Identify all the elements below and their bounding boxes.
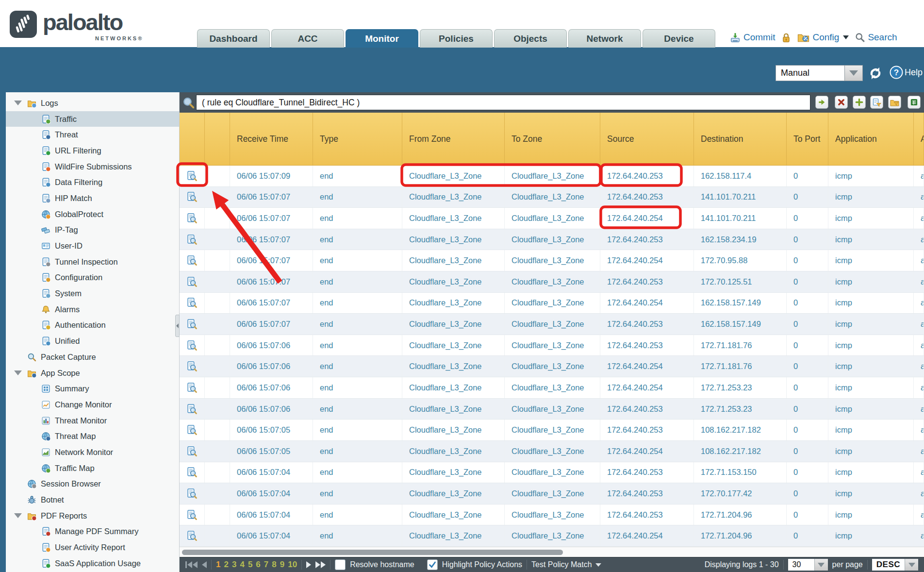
cell-type[interactable]: end	[313, 166, 402, 186]
column-header-application[interactable]: Application	[828, 113, 914, 165]
cell-to_zone[interactable]: Cloudflare_L3_Zone	[505, 377, 600, 398]
log-detail-button[interactable]	[180, 166, 205, 186]
cell-application[interactable]: icmp	[828, 505, 914, 525]
cell-action[interactable]: a	[914, 505, 924, 525]
log-detail-button[interactable]	[180, 525, 205, 546]
next-page-button[interactable]	[306, 561, 311, 568]
sidebar-item-user-activity-report[interactable]: User Activity Report	[6, 539, 179, 555]
cell-source[interactable]: 172.64.240.254	[600, 208, 694, 229]
page-number-6[interactable]: 6	[256, 560, 260, 570]
last-page-button[interactable]	[315, 561, 326, 568]
cell-to_zone[interactable]: Cloudflare_L3_Zone	[505, 187, 600, 208]
cell-action[interactable]: a	[914, 335, 924, 356]
tab-acc[interactable]: ACC	[271, 29, 344, 48]
cell-action[interactable]: a	[914, 462, 924, 483]
cell-type[interactable]: end	[313, 335, 402, 356]
tab-dashboard[interactable]: Dashboard	[197, 29, 270, 48]
cell-destination[interactable]: 162.158.157.149	[694, 314, 787, 335]
sidebar-item-threat-map[interactable]: Threat Map	[6, 428, 179, 444]
cell-destination[interactable]: 172.71.181.76	[694, 335, 787, 356]
cell-destination[interactable]: 172.70.125.51	[694, 271, 787, 292]
column-header-receive_time[interactable]: Receive Time	[230, 113, 313, 165]
cell-to_port[interactable]: 0	[787, 356, 828, 377]
cell-application[interactable]: icmp	[828, 420, 914, 440]
cell-type[interactable]: end	[313, 399, 402, 420]
cell-to_port[interactable]: 0	[787, 441, 828, 462]
cell-source[interactable]: 172.64.240.253	[600, 505, 694, 525]
column-header-action[interactable]: A	[914, 113, 924, 165]
tab-objects[interactable]: Objects	[494, 29, 567, 48]
cell-application[interactable]: icmp	[828, 271, 914, 292]
cell-action[interactable]: a	[914, 250, 924, 271]
cell-to_zone[interactable]: Cloudflare_L3_Zone	[505, 441, 600, 462]
column-header-type[interactable]: Type	[313, 113, 402, 165]
cell-action[interactable]: a	[914, 483, 924, 504]
cell-to_zone[interactable]: Cloudflare_L3_Zone	[505, 335, 600, 356]
cell-source[interactable]: 172.64.240.253	[600, 462, 694, 483]
apply-filter-button[interactable]	[815, 96, 828, 109]
cell-to_port[interactable]: 0	[787, 483, 828, 504]
cell-application[interactable]: icmp	[828, 441, 914, 462]
cell-application[interactable]: icmp	[828, 250, 914, 271]
log-detail-button[interactable]	[180, 483, 205, 504]
cell-from_zone[interactable]: Cloudflare_L3_Zone	[402, 271, 505, 292]
sidebar-item-alarms[interactable]: Alarms	[6, 302, 179, 318]
column-header-to_zone[interactable]: To Zone	[505, 113, 600, 165]
export-logs-button[interactable]	[908, 96, 921, 109]
cell-type[interactable]: end	[313, 356, 402, 377]
page-number-9[interactable]: 9	[280, 560, 284, 570]
cell-from_zone[interactable]: Cloudflare_L3_Zone	[402, 314, 505, 335]
cell-action[interactable]: a	[914, 166, 924, 186]
sidebar-item-globalprotect[interactable]: GlobalProtect	[6, 206, 179, 222]
lock-icon[interactable]	[781, 33, 791, 43]
cell-to_port[interactable]: 0	[787, 250, 828, 271]
cell-destination[interactable]: 172.71.204.96	[694, 505, 787, 525]
page-number-5[interactable]: 5	[248, 560, 252, 570]
cell-from_zone[interactable]: Cloudflare_L3_Zone	[402, 441, 505, 462]
page-number-4[interactable]: 4	[240, 560, 244, 570]
cell-destination[interactable]: 172.71.153.150	[694, 462, 787, 483]
clear-filter-button[interactable]	[835, 96, 848, 109]
cell-destination[interactable]: 162.158.117.4	[694, 166, 787, 186]
log-detail-button[interactable]	[180, 462, 205, 483]
cell-to_port[interactable]: 0	[787, 525, 828, 546]
log-detail-button[interactable]	[180, 187, 205, 208]
sidebar-item-url-filtering[interactable]: URL Filtering	[6, 143, 179, 159]
cell-from_zone[interactable]: Cloudflare_L3_Zone	[402, 335, 505, 356]
cell-source[interactable]: 172.64.240.253	[600, 229, 694, 250]
sidebar-collapse-handle[interactable]	[175, 315, 180, 337]
tab-network[interactable]: Network	[568, 29, 641, 48]
cell-application[interactable]: icmp	[828, 314, 914, 335]
search-button[interactable]: Search	[855, 32, 897, 43]
cell-to_zone[interactable]: Cloudflare_L3_Zone	[505, 525, 600, 546]
log-detail-button[interactable]	[180, 250, 205, 271]
cell-source[interactable]: 172.64.240.254	[600, 525, 694, 546]
cell-to_zone[interactable]: Cloudflare_L3_Zone	[505, 208, 600, 229]
sidebar-item-ip-tag[interactable]: IP-Tag	[6, 222, 179, 238]
help-button[interactable]: ? Help	[890, 66, 923, 79]
cell-application[interactable]: icmp	[828, 208, 914, 229]
cell-to_zone[interactable]: Cloudflare_L3_Zone	[505, 356, 600, 377]
cell-source[interactable]: 172.64.240.254	[600, 250, 694, 271]
cell-to_port[interactable]: 0	[787, 314, 828, 335]
tab-device[interactable]: Device	[643, 29, 715, 48]
sort-order-dropdown-arrow[interactable]	[905, 559, 918, 571]
sidebar-item-session-browser[interactable]: Session Browser	[6, 476, 179, 492]
filter-query-input[interactable]	[196, 95, 810, 110]
cell-destination[interactable]: 141.101.70.211	[694, 208, 787, 229]
cell-destination[interactable]: 108.162.217.182	[694, 420, 787, 440]
sidebar-item-network-monitor[interactable]: Network Monitor	[6, 444, 179, 460]
expander-triangle-icon[interactable]	[14, 370, 22, 375]
cell-to_zone[interactable]: Cloudflare_L3_Zone	[505, 314, 600, 335]
cell-application[interactable]: icmp	[828, 229, 914, 250]
cell-source[interactable]: 172.64.240.254	[600, 441, 694, 462]
cell-application[interactable]: icmp	[828, 187, 914, 208]
cell-type[interactable]: end	[313, 314, 402, 335]
cell-from_zone[interactable]: Cloudflare_L3_Zone	[402, 166, 505, 186]
cell-type[interactable]: end	[313, 505, 402, 525]
cell-from_zone[interactable]: Cloudflare_L3_Zone	[402, 356, 505, 377]
cell-to_zone[interactable]: Cloudflare_L3_Zone	[505, 399, 600, 420]
cell-to_zone[interactable]: Cloudflare_L3_Zone	[505, 250, 600, 271]
page-number-8[interactable]: 8	[272, 560, 276, 570]
sidebar-item-packet-capture[interactable]: Packet Capture	[6, 349, 179, 365]
